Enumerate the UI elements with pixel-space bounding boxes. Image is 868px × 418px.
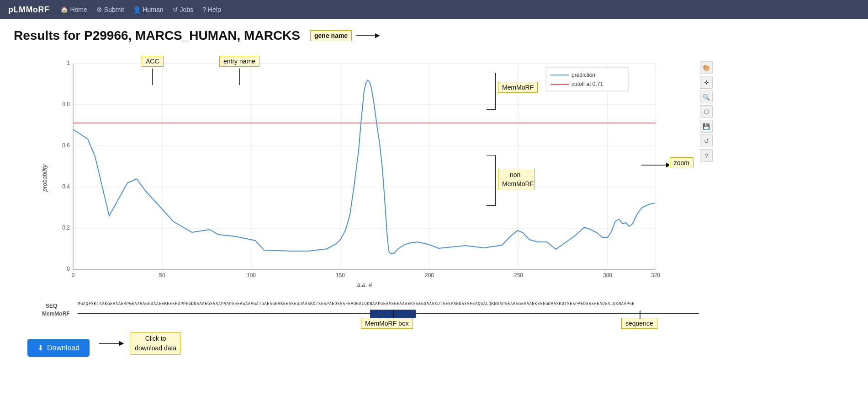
seq-label: SEQ (46, 303, 57, 309)
page-title: Results for P29966, MARCS_HUMAN, MARCKS … (14, 28, 854, 43)
svg-text:320: 320 (651, 272, 660, 279)
zoom-arrow (641, 161, 669, 170)
memmorf-box-arrow (393, 309, 394, 318)
svg-text:prediction: prediction (572, 72, 595, 78)
svg-text:0: 0 (67, 266, 70, 272)
chart-svg: 0 0.2 0.4 0.6 0.8 1 0 50 100 150 200 250… (53, 59, 683, 288)
svg-text:a.a. #: a.a. # (357, 281, 372, 288)
svg-text:250: 250 (514, 272, 523, 279)
navbar: pLMMoRF 🏠 Home ⚙ Submit 👤 Human ↺ Jobs ?… (0, 0, 868, 19)
main-content: Results for P29966, MARCS_HUMAN, MARCKS … (0, 19, 868, 418)
y-axis-label: probability (41, 164, 48, 191)
bokeh-select-tool[interactable]: ⬡ (700, 105, 713, 118)
sequence-annotation: sequence (621, 318, 657, 329)
memmorf-track-row: MemMoRF MemMoRF box sequence (78, 308, 699, 322)
memmorf-box-annotation: MemMoRF box (361, 318, 413, 329)
bokeh-toolbar: 🎨 ✛ 🔍 ⬡ 💾 ↺ ? (700, 61, 713, 162)
svg-text:1: 1 (67, 60, 70, 66)
bokeh-pan-tool[interactable]: ✛ (700, 76, 713, 89)
bokeh-color-tool[interactable]: 🎨 (700, 61, 713, 74)
memmorf-bracket: MemMoRF (473, 73, 528, 157)
svg-text:0: 0 (72, 272, 75, 279)
click-to-download: Click todownload data (99, 332, 180, 355)
bokeh-zoom-tool[interactable]: 🔍 (700, 91, 713, 103)
download-icon: ⬇ (37, 343, 43, 352)
zoom-annotation: zoom (670, 157, 693, 168)
sequence-arrow (640, 309, 640, 319)
svg-text:cutoff at 0.71: cutoff at 0.71 (572, 81, 603, 87)
chart-container: probability (27, 57, 713, 299)
nav-submit[interactable]: ⚙ Submit (96, 6, 124, 13)
svg-text:0.2: 0.2 (62, 225, 70, 231)
download-button[interactable]: ⬇ Download (27, 339, 90, 357)
app-brand[interactable]: pLMMoRF (8, 5, 49, 15)
svg-text:200: 200 (425, 272, 434, 279)
download-section: ⬇ Download Click todownload data (14, 330, 854, 357)
nav-help[interactable]: ? Help (202, 6, 221, 13)
seq-text: MGAQFSKTAAKGEAAAERPGEAAVAGGDAAEEKEESHDPP… (78, 299, 699, 306)
svg-text:150: 150 (336, 272, 345, 279)
svg-text:50: 50 (159, 272, 165, 279)
seq-row: SEQ MGAQFSKTAAKGEAAAERPGEAAVAGGDAAEEKEES… (78, 299, 699, 306)
bokeh-reset-tool[interactable]: ↺ (700, 134, 713, 147)
memmorf-track-label: MemMoRF (42, 311, 70, 317)
bokeh-help-tool[interactable]: ? (700, 149, 713, 162)
download-arrow (99, 339, 126, 348)
nav-items: 🏠 Home ⚙ Submit 👤 Human ↺ Jobs ? Help (60, 6, 221, 13)
nav-home[interactable]: 🏠 Home (60, 6, 87, 13)
svg-text:0.4: 0.4 (62, 183, 70, 190)
svg-rect-37 (546, 67, 628, 91)
download-label: Download (47, 344, 79, 352)
svg-text:0.6: 0.6 (62, 142, 70, 149)
memmorf-annotation: MemMoRF (498, 82, 538, 93)
gene-name-arrow (356, 30, 384, 41)
click-to-download-annotation: Click todownload data (131, 332, 180, 355)
nav-jobs[interactable]: ↺ Jobs (173, 6, 194, 13)
non-memmorf-bracket: non-MemMoRF (473, 155, 528, 257)
non-memmorf-annotation: non-MemMoRF (498, 169, 535, 190)
svg-text:0.8: 0.8 (62, 101, 70, 107)
nav-human[interactable]: 👤 Human (133, 6, 163, 13)
svg-text:300: 300 (603, 272, 612, 279)
gene-name-annotation: gene name (310, 30, 352, 41)
svg-text:100: 100 (247, 272, 256, 279)
bokeh-save-tool[interactable]: 💾 (700, 120, 713, 133)
